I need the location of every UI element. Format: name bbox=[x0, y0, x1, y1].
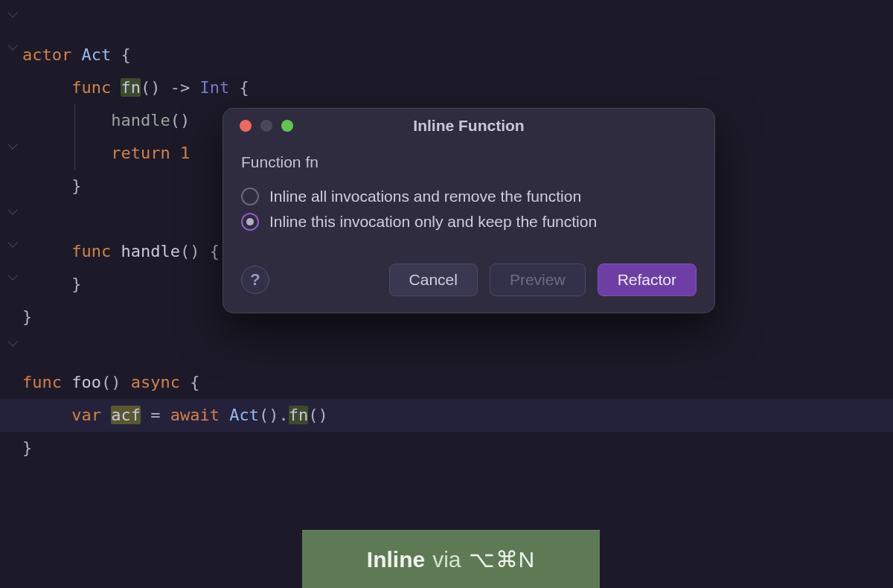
brace: { bbox=[210, 242, 220, 261]
cancel-button[interactable]: Cancel bbox=[389, 263, 478, 296]
code-line[interactable]: actor Act { bbox=[0, 39, 893, 71]
help-button[interactable]: ? bbox=[241, 266, 269, 294]
dot: . bbox=[278, 406, 288, 424]
parens: () bbox=[101, 373, 121, 392]
refactor-button[interactable]: Refactor bbox=[598, 263, 697, 296]
dialog-body: Function fn Inline all invocations and r… bbox=[223, 143, 714, 253]
preview-button: Preview bbox=[490, 263, 586, 296]
shortcut-hint: Inline via ⌥⌘N bbox=[302, 530, 600, 588]
traffic-lights bbox=[223, 120, 293, 132]
brace: } bbox=[22, 438, 32, 457]
brace: } bbox=[22, 307, 32, 326]
option-label: Inline this invocation only and keep the… bbox=[269, 213, 597, 231]
parens: () bbox=[308, 406, 328, 424]
keyword: return bbox=[111, 144, 170, 162]
code-line-highlight[interactable]: var acf = await Act().fn() bbox=[0, 399, 893, 432]
keyword: async bbox=[131, 373, 180, 392]
function-call: handle bbox=[111, 111, 170, 130]
keyword: actor bbox=[22, 45, 71, 64]
code-line[interactable]: func foo() async { bbox=[0, 366, 893, 399]
type-name: Act bbox=[229, 406, 259, 424]
option-inline-this[interactable]: Inline this invocation only and keep the… bbox=[241, 213, 697, 231]
fold-marker-icon[interactable] bbox=[8, 8, 18, 18]
brace: } bbox=[71, 275, 81, 293]
code-line[interactable] bbox=[0, 333, 893, 366]
type-name: Act bbox=[81, 45, 111, 64]
parens: () bbox=[259, 406, 279, 424]
keyword: var bbox=[71, 406, 101, 424]
dialog-title: Inline Function bbox=[223, 117, 714, 135]
option-inline-all[interactable]: Inline all invocations and remove the fu… bbox=[241, 188, 697, 205]
parens: () bbox=[170, 111, 191, 130]
brace: { bbox=[190, 373, 199, 392]
close-icon[interactable] bbox=[240, 120, 252, 132]
code-line[interactable]: func fn() -> Int { bbox=[0, 71, 893, 104]
hint-via: via bbox=[432, 547, 461, 572]
minimize-icon bbox=[260, 120, 272, 132]
inline-function-dialog: Inline Function Function fn Inline all i… bbox=[223, 109, 714, 313]
parens: () bbox=[141, 78, 161, 97]
number-literal: 1 bbox=[180, 144, 190, 162]
arrow: -> bbox=[170, 78, 191, 97]
function-name-highlight: fn bbox=[121, 78, 141, 97]
keyword: func bbox=[71, 78, 111, 97]
hint-shortcut: ⌥⌘N bbox=[469, 546, 536, 572]
operator: = bbox=[150, 406, 160, 424]
function-name-highlight: fn bbox=[289, 406, 309, 424]
dialog-titlebar[interactable]: Inline Function bbox=[223, 109, 714, 143]
parens: () bbox=[180, 242, 200, 261]
keyword: await bbox=[170, 406, 220, 424]
option-label: Inline all invocations and remove the fu… bbox=[269, 188, 581, 205]
function-name: foo bbox=[71, 373, 101, 392]
function-label: Function fn bbox=[241, 153, 697, 171]
keyword: func bbox=[71, 242, 111, 261]
function-name: handle bbox=[121, 242, 179, 261]
return-type: Int bbox=[199, 78, 229, 97]
radio-unselected-icon[interactable] bbox=[241, 188, 259, 205]
dialog-footer: ? Cancel Preview Refactor bbox=[223, 263, 714, 313]
hint-action: Inline bbox=[367, 547, 425, 572]
brace: } bbox=[71, 176, 81, 195]
fullscreen-icon[interactable] bbox=[281, 120, 293, 132]
brace: { bbox=[121, 45, 130, 64]
keyword: func bbox=[22, 373, 62, 392]
code-line[interactable]: } bbox=[0, 432, 893, 464]
brace: { bbox=[239, 78, 249, 97]
variable-highlight: acf bbox=[111, 406, 141, 424]
radio-selected-icon[interactable] bbox=[241, 213, 259, 231]
